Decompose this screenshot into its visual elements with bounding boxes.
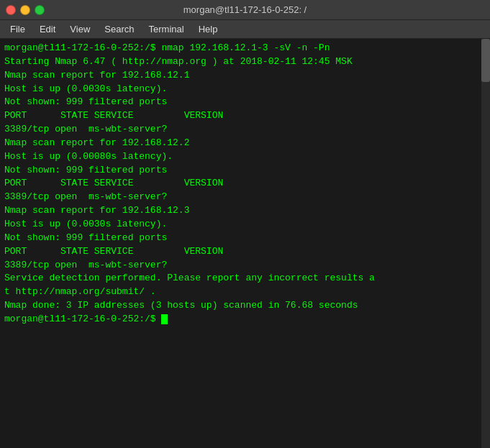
terminal-line: Not shown: 999 filtered ports: [4, 164, 486, 178]
terminal-line: Not shown: 999 filtered ports: [4, 232, 486, 245]
window-controls[interactable]: [6, 5, 45, 15]
terminal-line: Host is up (0.0030s latency).: [4, 218, 486, 232]
menu-terminal[interactable]: Terminal: [143, 22, 190, 36]
minimize-button[interactable]: [20, 5, 30, 15]
scrollbar-track[interactable]: [481, 39, 490, 448]
terminal-line: 3389/tcp open ms-wbt-server?: [4, 259, 486, 273]
terminal-line: Nmap scan report for 192.168.12.2: [4, 137, 486, 150]
terminal-cursor: [161, 314, 168, 324]
title-bar: morgan@tl11-172-16-0-252: /: [0, 0, 490, 20]
terminal-line: t http://nmap.org/submit/ .: [4, 285, 486, 299]
terminal-line: Nmap done: 3 IP addresses (3 hosts up) s…: [4, 299, 486, 313]
menu-view[interactable]: View: [64, 22, 96, 36]
terminal-line: PORT STATE SERVICE VERSION: [4, 245, 486, 259]
terminal-line: Host is up (0.0030s latency).: [4, 83, 486, 96]
terminal-line: 3389/tcp open ms-wbt-server?: [4, 191, 486, 204]
maximize-button[interactable]: [35, 5, 45, 15]
terminal-line: Nmap scan report for 192.168.12.1: [4, 69, 486, 83]
close-button[interactable]: [6, 5, 16, 15]
terminal-line: 3389/tcp open ms-wbt-server?: [4, 123, 486, 137]
terminal-line: morgan@tl11-172-16-0-252:/$ nmap 192.168…: [4, 42, 486, 55]
terminal-prompt: morgan@tl11-172-16-0-252:/$: [4, 313, 486, 326]
terminal-output[interactable]: morgan@tl11-172-16-0-252:/$ nmap 192.168…: [0, 39, 490, 448]
window-title: morgan@tl11-172-16-0-252: /: [183, 4, 307, 15]
menu-file[interactable]: File: [4, 22, 31, 36]
menu-bar: File Edit View Search Terminal Help: [0, 20, 490, 39]
terminal-line: Nmap scan report for 192.168.12.3: [4, 204, 486, 218]
menu-help[interactable]: Help: [193, 22, 224, 36]
terminal-line: Host is up (0.00080s latency).: [4, 150, 486, 164]
menu-search[interactable]: Search: [99, 22, 140, 36]
terminal-line: Not shown: 999 filtered ports: [4, 96, 486, 109]
terminal-line: PORT STATE SERVICE VERSION: [4, 177, 486, 191]
terminal-line: PORT STATE SERVICE VERSION: [4, 109, 486, 123]
menu-edit[interactable]: Edit: [34, 22, 61, 36]
terminal-line: Service detection performed. Please repo…: [4, 272, 486, 285]
scrollbar-thumb[interactable]: [481, 39, 490, 82]
terminal-line: Starting Nmap 6.47 ( http://nmap.org ) a…: [4, 55, 486, 69]
